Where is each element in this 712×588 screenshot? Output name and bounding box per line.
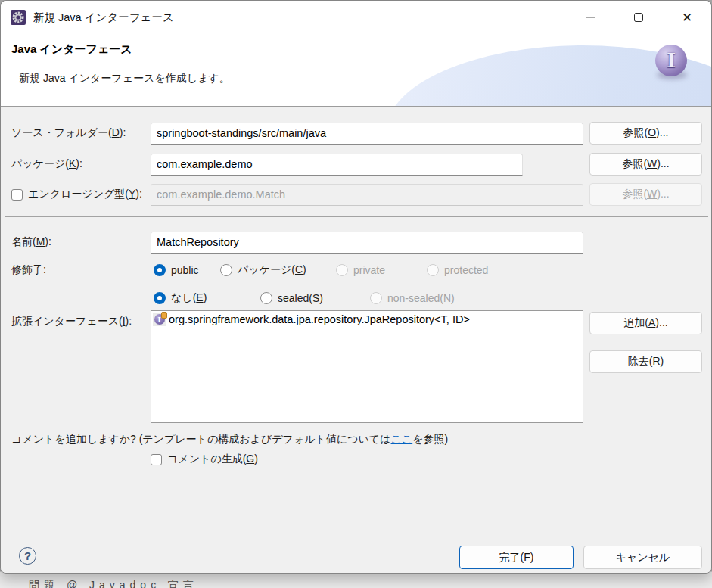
source-folder-label: ソース・フォルダー(D): (11, 126, 126, 140)
window-title: 新規 Java インターフェース (33, 11, 174, 25)
template-config-link[interactable]: ここ (391, 433, 413, 445)
wizard-banner: Java インターフェース 新規 Java インターフェースを作成します。 I (1, 34, 711, 107)
help-button[interactable]: ? (19, 547, 36, 565)
browse-source-folder-button[interactable]: 参照(O)... (589, 122, 702, 145)
finish-button[interactable]: 完了(F) (459, 546, 574, 569)
enclosing-type-row: エンクロージング型(Y): 参照(W)... (1, 183, 711, 206)
radio-icon (260, 292, 272, 304)
maximize-icon (634, 13, 643, 22)
modifiers-row: 修飾子: public パッケージ(C) private protected (1, 259, 711, 282)
background-window-strip: 問題 @ Javadoc 宣言 (0, 571, 712, 588)
package-row: パッケージ(K): 参照(W)... (1, 153, 711, 176)
browse-package-button[interactable]: 参照(W)... (589, 153, 702, 176)
screen: 問題 @ Javadoc 宣言 新規 Java インターフェース ✕ Java … (0, 0, 712, 588)
source-folder-row: ソース・フォルダー(D): 参照(O)... (1, 122, 711, 145)
generate-comments-row: コメントの生成(G) (151, 453, 258, 466)
minimize-icon (586, 17, 595, 18)
radio-non-sealed: non-sealed(N) (370, 292, 455, 304)
remove-interface-button[interactable]: 除去(R) (589, 350, 702, 373)
radio-package-visibility[interactable]: パッケージ(C) (220, 263, 306, 277)
extended-interfaces-list[interactable]: I org.springframework.data.jpa.repositor… (151, 310, 583, 423)
name-row: 名前(M): (1, 231, 711, 254)
title-bar[interactable]: 新規 Java インターフェース ✕ (1, 1, 711, 34)
enclosing-type-label: エンクロージング型(Y): (11, 188, 142, 201)
comment-question: コメントを追加しますか? (テンプレートの構成およびデフォルト値についてはここを… (11, 433, 448, 446)
generate-comments-checkbox[interactable] (151, 454, 162, 465)
radio-icon (336, 264, 348, 276)
new-wizard-gear-icon (11, 10, 26, 25)
add-interface-button[interactable]: 追加(A)... (589, 312, 702, 334)
package-input[interactable] (151, 154, 523, 176)
package-label: パッケージ(K): (11, 157, 82, 171)
radio-protected: protected (427, 264, 488, 276)
minimize-button[interactable] (566, 1, 614, 34)
list-item-text: org.springframework.data.jpa.repository.… (169, 313, 470, 325)
radio-icon (220, 264, 232, 276)
radio-selected-icon (154, 292, 166, 304)
sealing-row: なし(E) sealed(S) non-sealed(N) (1, 287, 711, 310)
section-divider (5, 216, 708, 217)
radio-icon (427, 264, 439, 276)
browse-enclosing-type-button: 参照(W)... (589, 183, 702, 206)
name-label: 名前(M): (11, 235, 51, 249)
radio-public[interactable]: public (154, 264, 199, 276)
enclosing-type-checkbox[interactable] (11, 189, 23, 201)
radio-selected-icon (154, 264, 166, 276)
window-controls: ✕ (566, 1, 711, 34)
radio-icon (370, 292, 382, 304)
text-cursor (471, 313, 471, 326)
enclosing-type-input (151, 184, 583, 206)
cancel-button[interactable]: キャンセル (583, 546, 702, 569)
dialog-body: ソース・フォルダー(D): 参照(O)... パッケージ(K): 参照(W)..… (1, 107, 711, 574)
source-folder-input[interactable] (151, 123, 583, 145)
modifiers-label: 修飾子: (11, 263, 46, 277)
help-icon: ? (24, 549, 31, 562)
generate-comments-label: コメントの生成(G) (167, 453, 258, 466)
radio-sealed[interactable]: sealed(S) (260, 292, 323, 304)
radio-none-sealing[interactable]: なし(E) (154, 291, 207, 305)
interface-item-icon: I (153, 313, 166, 326)
extended-interfaces-label: 拡張インターフェース(I): (11, 315, 132, 328)
wizard-description: 新規 Java インターフェースを作成します。 (19, 72, 230, 86)
close-icon: ✕ (682, 11, 692, 24)
list-item-interface[interactable]: I org.springframework.data.jpa.repositor… (151, 311, 583, 328)
wizard-title: Java インターフェース (11, 42, 132, 57)
maximize-button[interactable] (614, 1, 663, 34)
background-window-partial-text: 問題 @ Javadoc 宣言 (29, 579, 712, 588)
close-button[interactable]: ✕ (663, 1, 711, 34)
new-java-interface-dialog: 新規 Java インターフェース ✕ Java インターフェース 新規 Java… (0, 0, 712, 574)
interface-banner-icon: I (655, 45, 689, 82)
radio-private: private (336, 264, 385, 276)
name-input[interactable] (151, 232, 583, 254)
